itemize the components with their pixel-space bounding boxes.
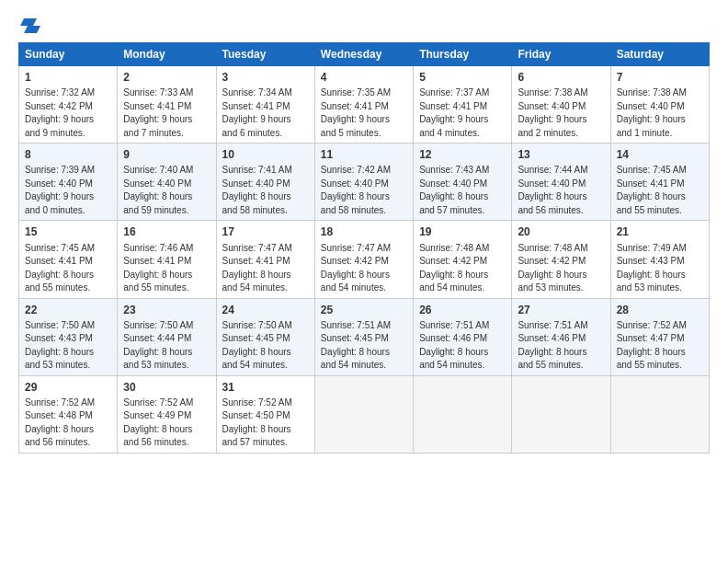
- calendar-week-row: 1Sunrise: 7:32 AMSunset: 4:42 PMDaylight…: [19, 66, 710, 144]
- day-number: 8: [25, 147, 111, 162]
- calendar-week-row: 8Sunrise: 7:39 AMSunset: 4:40 PMDaylight…: [19, 144, 710, 221]
- day-number: 26: [419, 303, 506, 317]
- day-info: Sunrise: 7:34 AMSunset: 4:41 PMDaylight:…: [222, 87, 292, 138]
- day-info: Sunrise: 7:50 AMSunset: 4:43 PMDaylight:…: [25, 320, 95, 371]
- day-info: Sunrise: 7:52 AMSunset: 4:48 PMDaylight:…: [25, 397, 95, 448]
- day-number: 27: [518, 303, 604, 317]
- day-cell: 2Sunrise: 7:33 AMSunset: 4:41 PMDaylight…: [118, 66, 216, 144]
- day-info: Sunrise: 7:45 AMSunset: 4:41 PMDaylight:…: [617, 165, 687, 215]
- day-number: 28: [617, 303, 703, 317]
- calendar-table: SundayMondayTuesdayWednesdayThursdayFrid…: [18, 42, 710, 454]
- day-cell: 15Sunrise: 7:45 AMSunset: 4:41 PMDayligh…: [19, 221, 118, 298]
- day-cell: 17Sunrise: 7:47 AMSunset: 4:41 PMDayligh…: [216, 221, 314, 298]
- empty-cell: [610, 375, 709, 453]
- day-number: 24: [222, 303, 309, 317]
- day-number: 19: [419, 224, 506, 239]
- day-number: 7: [617, 70, 703, 85]
- day-number: 6: [518, 70, 604, 85]
- day-cell: 16Sunrise: 7:46 AMSunset: 4:41 PMDayligh…: [118, 221, 216, 298]
- day-info: Sunrise: 7:44 AMSunset: 4:40 PMDaylight:…: [518, 165, 587, 215]
- day-number: 18: [321, 224, 407, 239]
- weekday-header: Tuesday: [216, 43, 314, 66]
- day-info: Sunrise: 7:52 AMSunset: 4:50 PMDaylight:…: [222, 397, 292, 448]
- day-info: Sunrise: 7:32 AMSunset: 4:42 PMDaylight:…: [25, 87, 95, 138]
- day-info: Sunrise: 7:49 AMSunset: 4:43 PMDaylight:…: [617, 243, 687, 293]
- day-cell: 31Sunrise: 7:52 AMSunset: 4:50 PMDayligh…: [216, 375, 314, 453]
- day-cell: 20Sunrise: 7:48 AMSunset: 4:42 PMDayligh…: [512, 221, 610, 298]
- day-cell: 1Sunrise: 7:32 AMSunset: 4:42 PMDaylight…: [19, 66, 118, 144]
- day-number: 14: [617, 147, 703, 162]
- weekday-header: Wednesday: [314, 43, 413, 66]
- day-number: 3: [222, 70, 309, 85]
- day-cell: 14Sunrise: 7:45 AMSunset: 4:41 PMDayligh…: [610, 144, 709, 221]
- day-info: Sunrise: 7:51 AMSunset: 4:45 PMDaylight:…: [321, 320, 391, 371]
- day-cell: 30Sunrise: 7:52 AMSunset: 4:49 PMDayligh…: [118, 375, 216, 453]
- day-cell: 26Sunrise: 7:51 AMSunset: 4:46 PMDayligh…: [414, 298, 512, 375]
- day-cell: 21Sunrise: 7:49 AMSunset: 4:43 PMDayligh…: [610, 221, 709, 298]
- weekday-header: Sunday: [19, 43, 118, 66]
- logo-icon: [20, 17, 40, 33]
- day-number: 23: [123, 303, 210, 317]
- day-cell: 7Sunrise: 7:38 AMSunset: 4:40 PMDaylight…: [610, 66, 709, 144]
- day-cell: 24Sunrise: 7:50 AMSunset: 4:45 PMDayligh…: [216, 298, 314, 375]
- day-number: 30: [123, 380, 210, 395]
- day-number: 1: [25, 70, 111, 85]
- day-cell: 22Sunrise: 7:50 AMSunset: 4:43 PMDayligh…: [19, 298, 118, 375]
- day-info: Sunrise: 7:51 AMSunset: 4:46 PMDaylight:…: [518, 320, 587, 371]
- day-cell: 10Sunrise: 7:41 AMSunset: 4:40 PMDayligh…: [216, 144, 314, 221]
- day-cell: 4Sunrise: 7:35 AMSunset: 4:41 PMDaylight…: [314, 66, 413, 144]
- day-number: 15: [25, 224, 111, 239]
- day-number: 5: [419, 70, 506, 85]
- day-cell: 23Sunrise: 7:50 AMSunset: 4:44 PMDayligh…: [118, 298, 216, 375]
- day-number: 22: [25, 303, 111, 317]
- day-info: Sunrise: 7:48 AMSunset: 4:42 PMDaylight:…: [419, 243, 489, 293]
- day-info: Sunrise: 7:43 AMSunset: 4:40 PMDaylight:…: [419, 165, 489, 215]
- day-info: Sunrise: 7:33 AMSunset: 4:41 PMDaylight:…: [123, 87, 193, 138]
- day-number: 4: [321, 70, 407, 85]
- page-header: [18, 17, 710, 33]
- calendar-week-row: 15Sunrise: 7:45 AMSunset: 4:41 PMDayligh…: [19, 221, 710, 298]
- day-cell: 12Sunrise: 7:43 AMSunset: 4:40 PMDayligh…: [414, 144, 512, 221]
- day-info: Sunrise: 7:52 AMSunset: 4:47 PMDaylight:…: [617, 320, 687, 371]
- weekday-header: Friday: [512, 43, 610, 66]
- day-cell: 18Sunrise: 7:47 AMSunset: 4:42 PMDayligh…: [314, 221, 413, 298]
- day-cell: 6Sunrise: 7:38 AMSunset: 4:40 PMDaylight…: [512, 66, 610, 144]
- day-number: 2: [123, 70, 210, 85]
- day-number: 16: [123, 224, 210, 239]
- day-info: Sunrise: 7:40 AMSunset: 4:40 PMDaylight:…: [123, 165, 193, 215]
- empty-cell: [512, 375, 610, 453]
- day-info: Sunrise: 7:37 AMSunset: 4:41 PMDaylight:…: [419, 87, 489, 138]
- day-info: Sunrise: 7:38 AMSunset: 4:40 PMDaylight:…: [617, 87, 687, 138]
- day-cell: 8Sunrise: 7:39 AMSunset: 4:40 PMDaylight…: [19, 144, 118, 221]
- day-info: Sunrise: 7:50 AMSunset: 4:44 PMDaylight:…: [123, 320, 193, 371]
- day-number: 20: [518, 224, 604, 239]
- day-cell: 13Sunrise: 7:44 AMSunset: 4:40 PMDayligh…: [512, 144, 610, 221]
- day-info: Sunrise: 7:38 AMSunset: 4:40 PMDaylight:…: [518, 87, 587, 138]
- day-info: Sunrise: 7:39 AMSunset: 4:40 PMDaylight:…: [25, 165, 95, 215]
- day-cell: 11Sunrise: 7:42 AMSunset: 4:40 PMDayligh…: [314, 144, 413, 221]
- day-cell: 28Sunrise: 7:52 AMSunset: 4:47 PMDayligh…: [610, 298, 709, 375]
- day-info: Sunrise: 7:42 AMSunset: 4:40 PMDaylight:…: [321, 165, 391, 215]
- day-info: Sunrise: 7:46 AMSunset: 4:41 PMDaylight:…: [123, 243, 193, 293]
- day-cell: 29Sunrise: 7:52 AMSunset: 4:48 PMDayligh…: [19, 375, 118, 453]
- day-cell: 3Sunrise: 7:34 AMSunset: 4:41 PMDaylight…: [216, 66, 314, 144]
- day-info: Sunrise: 7:50 AMSunset: 4:45 PMDaylight:…: [222, 320, 292, 371]
- day-info: Sunrise: 7:45 AMSunset: 4:41 PMDaylight:…: [25, 243, 95, 293]
- day-info: Sunrise: 7:47 AMSunset: 4:42 PMDaylight:…: [321, 243, 391, 293]
- day-info: Sunrise: 7:35 AMSunset: 4:41 PMDaylight:…: [321, 87, 391, 138]
- day-cell: 19Sunrise: 7:48 AMSunset: 4:42 PMDayligh…: [414, 221, 512, 298]
- day-number: 12: [419, 147, 506, 162]
- day-number: 13: [518, 147, 604, 162]
- empty-cell: [314, 375, 413, 453]
- day-info: Sunrise: 7:52 AMSunset: 4:49 PMDaylight:…: [123, 397, 193, 448]
- day-info: Sunrise: 7:41 AMSunset: 4:40 PMDaylight:…: [222, 165, 292, 215]
- logo: [18, 17, 40, 33]
- weekday-header: Thursday: [414, 43, 512, 66]
- day-cell: 27Sunrise: 7:51 AMSunset: 4:46 PMDayligh…: [512, 298, 610, 375]
- calendar-week-row: 22Sunrise: 7:50 AMSunset: 4:43 PMDayligh…: [19, 298, 710, 375]
- day-number: 10: [222, 147, 309, 162]
- day-number: 31: [222, 380, 309, 395]
- calendar-header-row: SundayMondayTuesdayWednesdayThursdayFrid…: [19, 43, 710, 66]
- day-number: 9: [123, 147, 210, 162]
- day-number: 17: [222, 224, 309, 239]
